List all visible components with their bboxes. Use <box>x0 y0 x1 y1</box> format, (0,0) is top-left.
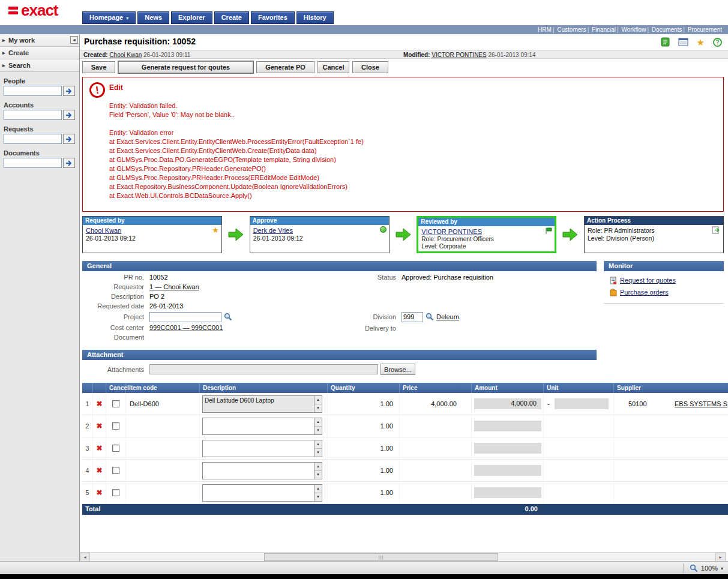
cancel-button[interactable]: Cancel <box>317 61 349 73</box>
cost-center-label: Cost center <box>82 324 144 331</box>
attachment-file-input[interactable] <box>149 364 378 374</box>
module-link-documents[interactable]: Documents <box>652 26 682 33</box>
scroll-right-button[interactable]: ▸ <box>715 553 726 561</box>
module-link-financial[interactable]: Financial <box>592 26 616 33</box>
sidebar-item-create[interactable]: ▸ Create <box>0 47 79 59</box>
description-box[interactable]: ▲▼ <box>202 484 322 502</box>
spinner-down-icon[interactable]: ▼ <box>314 471 322 479</box>
delete-row-icon[interactable]: ✖ <box>96 400 102 408</box>
people-search-input[interactable] <box>4 86 62 96</box>
reviewed-by-user-link[interactable]: VICTOR PONTINES <box>421 228 482 235</box>
error-line: at GLMSys.Proc.Repository.PRHeader.Proce… <box>109 173 364 182</box>
requestor-link[interactable]: 1 — Chooi Kwan <box>149 283 199 290</box>
zoom-control[interactable]: 100% ▾ <box>683 563 723 573</box>
pr-no-value: 10052 <box>149 274 168 281</box>
supplier-link[interactable]: EBS SYSTEMS S <box>675 400 727 407</box>
spinner-down-icon[interactable]: ▼ <box>314 427 322 434</box>
description-box[interactable]: ▲▼ <box>202 440 322 457</box>
generate-rfq-button[interactable]: Generate request for qoutes <box>118 61 253 73</box>
cost-center-link[interactable]: 999CC001 — 999CC001 <box>149 324 223 331</box>
module-link-procurement[interactable]: Procurement <box>688 26 722 33</box>
documents-search-input[interactable] <box>4 158 62 168</box>
save-button[interactable]: Save <box>82 61 115 73</box>
requests-search-input[interactable] <box>4 134 62 144</box>
supplier-code: 50100 <box>628 400 647 407</box>
scrollbar-thumb[interactable]: ||| <box>264 553 498 561</box>
error-line: at Exact.Repository.BusinessComponent.Up… <box>109 182 364 191</box>
description-text[interactable]: Dell Latitude D600 Laptop <box>203 396 314 412</box>
tab-favorites[interactable]: Favorites <box>251 11 295 24</box>
card-view-icon[interactable] <box>678 38 688 46</box>
documents-search-go-button[interactable] <box>63 158 75 168</box>
zoom-dropdown-icon[interactable]: ▾ <box>721 566 723 571</box>
division-name-link[interactable]: Deleum <box>436 313 459 320</box>
project-input[interactable] <box>149 312 221 322</box>
horizontal-scrollbar[interactable]: ◂ ||| ▸ <box>80 552 726 561</box>
module-link-hrm[interactable]: HRM <box>538 26 552 33</box>
spinner-down-icon[interactable]: ▼ <box>314 449 322 457</box>
description-text[interactable] <box>203 440 314 457</box>
cancel-checkbox[interactable] <box>112 445 119 452</box>
title-icon-toolbar: ★ ? <box>661 37 722 47</box>
spinner-up-icon[interactable]: ▲ <box>314 485 322 493</box>
scroll-left-button[interactable]: ◂ <box>80 553 90 561</box>
tab-news[interactable]: News <box>137 11 169 24</box>
sidebar-item-search[interactable]: ▸ Search <box>0 59 79 72</box>
spinner-up-icon[interactable]: ▲ <box>314 463 322 471</box>
description-box[interactable]: ▲▼ <box>202 462 322 479</box>
division-input[interactable] <box>402 312 423 322</box>
description-text[interactable] <box>203 485 314 501</box>
module-link-workflow[interactable]: Workflow <box>621 26 646 33</box>
delete-row-icon[interactable]: ✖ <box>96 466 102 475</box>
requested-by-user-link[interactable]: Chooi Kwan <box>86 227 121 234</box>
exact-logo[interactable]: exact <box>8 2 58 18</box>
description-box[interactable]: Dell Latitude D600 Laptop ▲▼ <box>202 395 322 413</box>
created-user-link[interactable]: Chooi Kwan <box>109 52 142 58</box>
delete-row-icon[interactable]: ✖ <box>96 422 102 430</box>
spinner-down-icon[interactable]: ▼ <box>314 493 322 501</box>
monitor-purchase-orders[interactable]: Purchase orders <box>610 286 724 298</box>
modified-user-link[interactable]: VICTOR PONTINES <box>432 52 487 58</box>
tab-history[interactable]: History <box>296 11 334 24</box>
tab-explorer-label: Explorer <box>178 14 205 21</box>
approve-user-link[interactable]: Derk de Vries <box>253 227 293 234</box>
accounts-search-input[interactable] <box>4 110 62 120</box>
people-search-go-button[interactable] <box>63 86 75 96</box>
sidebar-item-my-work[interactable]: ▸ My work ◂ <box>0 34 79 47</box>
project-lookup-magnifier-icon[interactable] <box>224 313 232 321</box>
spinner-down-icon[interactable]: ▼ <box>314 404 322 412</box>
monitor-request-for-quotes[interactable]: Request for quotes <box>610 274 724 286</box>
tab-create[interactable]: Create <box>214 11 249 24</box>
green-flag-icon <box>545 227 552 236</box>
requests-search-go-button[interactable] <box>63 134 75 144</box>
favorites-star-icon[interactable]: ★ <box>697 38 705 47</box>
purchase-orders-icon <box>610 289 617 296</box>
delete-row-icon[interactable]: ✖ <box>96 444 102 452</box>
tab-homepage[interactable]: Homepage▾ <box>82 11 136 24</box>
chevron-down-icon[interactable]: ▾ <box>126 16 128 21</box>
nav-arrow-icon: ▸ <box>2 59 5 71</box>
error-message: Entity: Validation failed. Field 'Person… <box>109 101 364 200</box>
cancel-checkbox[interactable] <box>112 400 119 407</box>
spinner-up-icon[interactable]: ▲ <box>314 440 322 449</box>
delete-row-icon[interactable]: ✖ <box>96 488 102 497</box>
tab-explorer[interactable]: Explorer <box>171 11 212 24</box>
accounts-search-go-button[interactable] <box>63 110 75 120</box>
spinner-up-icon[interactable]: ▲ <box>314 396 322 404</box>
green-document-icon[interactable] <box>661 37 670 47</box>
help-icon[interactable]: ? <box>713 38 722 47</box>
description-text[interactable] <box>203 463 314 479</box>
module-link-customers[interactable]: Customers <box>557 26 586 33</box>
spinner-up-icon[interactable]: ▲ <box>314 418 322 427</box>
cancel-checkbox[interactable] <box>112 489 119 496</box>
browse-button[interactable]: Browse... <box>381 364 415 375</box>
description-text[interactable] <box>203 418 314 434</box>
division-lookup-magnifier-icon[interactable] <box>426 313 434 321</box>
description-box[interactable]: ▲▼ <box>202 418 322 435</box>
cancel-checkbox[interactable] <box>112 467 119 474</box>
generate-po-button[interactable]: Generate PO <box>256 61 314 73</box>
sidebar-collapse-button[interactable]: ◂ <box>70 36 78 44</box>
created-meta: Created: Chooi Kwan 26-01-2013 09:11 <box>83 51 190 59</box>
cancel-checkbox[interactable] <box>112 422 119 430</box>
close-button[interactable]: Close <box>352 61 388 73</box>
